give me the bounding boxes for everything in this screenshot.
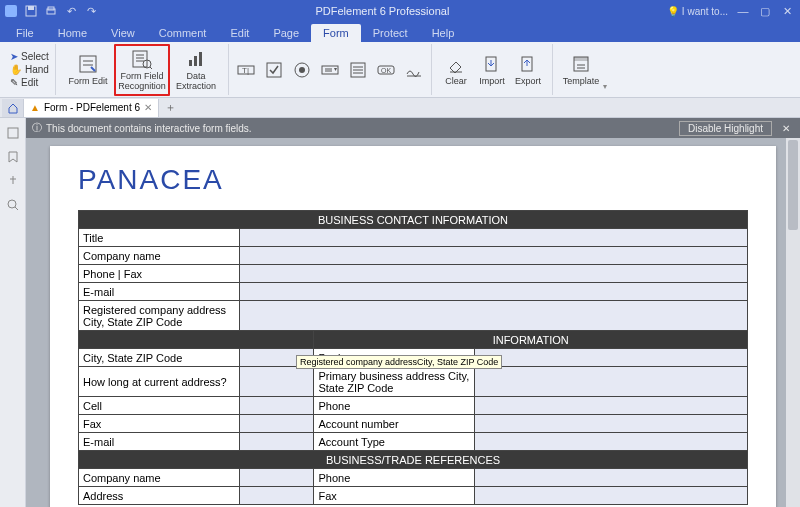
section-header-1: BUSINESS CONTACT INFORMATION	[79, 211, 748, 229]
field-reg-address[interactable]	[239, 301, 747, 331]
warning-icon: ▲	[30, 102, 40, 113]
field-accttype[interactable]	[475, 433, 748, 451]
info-bar: ⓘ This document contains interactive for…	[26, 118, 800, 138]
tab-page[interactable]: Page	[261, 24, 311, 42]
document-tab[interactable]: ▲ Form - PDFelement 6 ✕	[24, 99, 159, 117]
save-icon[interactable]	[24, 4, 38, 18]
checkbox-icon[interactable]	[263, 59, 285, 81]
svg-rect-14	[189, 60, 192, 66]
form-field-recognition-button[interactable]: Form Field Recognition	[114, 44, 170, 96]
thumbnails-icon[interactable]	[6, 126, 20, 140]
label-phone-fax: Phone | Fax	[79, 265, 240, 283]
ribbon-group-template: Template ▾	[553, 44, 613, 95]
field-phone-fax[interactable]	[239, 265, 747, 283]
bookmark-icon[interactable]	[6, 150, 20, 164]
chevron-down-icon[interactable]: ▾	[603, 82, 607, 91]
attachment-icon[interactable]	[6, 174, 20, 188]
field-phone2[interactable]	[475, 397, 748, 415]
field-phone3[interactable]	[475, 469, 748, 487]
app-icon	[4, 4, 18, 18]
text-field-icon[interactable]: T|	[235, 59, 257, 81]
vertical-scrollbar[interactable]	[786, 138, 800, 507]
tab-edit[interactable]: Edit	[218, 24, 261, 42]
quick-access-toolbar: ↶ ↷	[4, 4, 98, 18]
svg-rect-19	[267, 63, 281, 77]
label-email: E-mail	[79, 283, 240, 301]
section-header-3: BUSINESS/TRADE REFERENCES	[79, 451, 748, 469]
radio-icon[interactable]	[291, 59, 313, 81]
label-accttype: Account Type	[314, 433, 475, 451]
field-acctnum[interactable]	[475, 415, 748, 433]
field-bank[interactable]	[475, 349, 748, 367]
template-button[interactable]: Template	[559, 52, 603, 87]
left-sidebar	[0, 118, 26, 507]
field-title[interactable]	[239, 229, 747, 247]
import-button[interactable]: Import	[474, 52, 510, 87]
pencil-icon: ✎	[10, 77, 18, 88]
svg-rect-8	[133, 51, 147, 67]
tab-comment[interactable]: Comment	[147, 24, 219, 42]
edit-tool[interactable]: ✎Edit	[10, 77, 49, 88]
signature-icon[interactable]	[403, 59, 425, 81]
infobar-close-icon[interactable]: ✕	[778, 123, 794, 134]
listbox-icon[interactable]	[347, 59, 369, 81]
search-icon[interactable]	[6, 198, 20, 212]
field-howlong[interactable]	[239, 367, 314, 397]
tab-close-icon[interactable]: ✕	[144, 102, 152, 113]
section-header-2: INFORMATION	[314, 331, 748, 349]
label-phone3: Phone	[314, 469, 475, 487]
field-email2[interactable]	[239, 433, 314, 451]
svg-rect-15	[194, 56, 197, 66]
close-button[interactable]: ✕	[778, 5, 796, 18]
ribbon-group-data: Clear Import Export	[432, 44, 553, 95]
clear-button[interactable]: Clear	[438, 52, 474, 87]
field-address3[interactable]	[239, 487, 314, 505]
field-fax2[interactable]	[239, 415, 314, 433]
disable-highlight-button[interactable]: Disable Highlight	[679, 121, 772, 136]
maximize-button[interactable]: ▢	[756, 5, 774, 18]
export-button[interactable]: Export	[510, 52, 546, 87]
dropdown-icon[interactable]	[319, 59, 341, 81]
hand-icon: ✋	[10, 64, 22, 75]
tab-home[interactable]: Home	[46, 24, 99, 42]
ribbon-group-form: Form Edit Form Field Recognition Data Ex…	[56, 44, 229, 95]
tab-file[interactable]: File	[4, 24, 46, 42]
main-area: ⓘ This document contains interactive for…	[0, 118, 800, 507]
label-title: Title	[79, 229, 240, 247]
home-tab-icon[interactable]	[2, 99, 24, 117]
redo-icon[interactable]: ↷	[84, 4, 98, 18]
i-want-to[interactable]: 💡I want to...	[667, 6, 728, 17]
print-icon[interactable]	[44, 4, 58, 18]
tab-protect[interactable]: Protect	[361, 24, 420, 42]
ribbon-group-select: ➤Select ✋Hand ✎Edit	[4, 44, 56, 95]
field-cell[interactable]	[239, 397, 314, 415]
svg-point-40	[8, 200, 16, 208]
window-title: PDFelement 6 Professional	[98, 5, 667, 17]
tab-view[interactable]: View	[99, 24, 147, 42]
minimize-button[interactable]: ―	[734, 5, 752, 18]
label-phone2: Phone	[314, 397, 475, 415]
window-controls: ― ▢ ✕	[734, 5, 796, 18]
hand-tool[interactable]: ✋Hand	[10, 64, 49, 75]
field-company[interactable]	[239, 247, 747, 265]
form-edit-button[interactable]: Form Edit	[62, 52, 114, 87]
ribbon: ➤Select ✋Hand ✎Edit Form Edit Form Field…	[0, 42, 800, 98]
tab-form[interactable]: Form	[311, 24, 361, 42]
label-howlong: How long at current address?	[79, 367, 240, 397]
field-primary-addr[interactable]	[475, 367, 748, 397]
select-tool[interactable]: ➤Select	[10, 51, 49, 62]
company-logo-text: PANACEA	[78, 164, 748, 196]
undo-icon[interactable]: ↶	[64, 4, 78, 18]
bulb-icon: 💡	[667, 6, 679, 17]
field-fax3[interactable]	[475, 487, 748, 505]
data-extraction-icon	[184, 47, 208, 71]
label-company3: Company name	[79, 469, 240, 487]
scroll-thumb[interactable]	[788, 140, 798, 230]
button-field-icon[interactable]: OK	[375, 59, 397, 81]
svg-rect-39	[8, 128, 18, 138]
field-email[interactable]	[239, 283, 747, 301]
data-extraction-button[interactable]: Data Extraction	[170, 47, 222, 92]
tab-help[interactable]: Help	[420, 24, 467, 42]
field-company3[interactable]	[239, 469, 314, 487]
add-tab-button[interactable]: ＋	[159, 100, 182, 115]
